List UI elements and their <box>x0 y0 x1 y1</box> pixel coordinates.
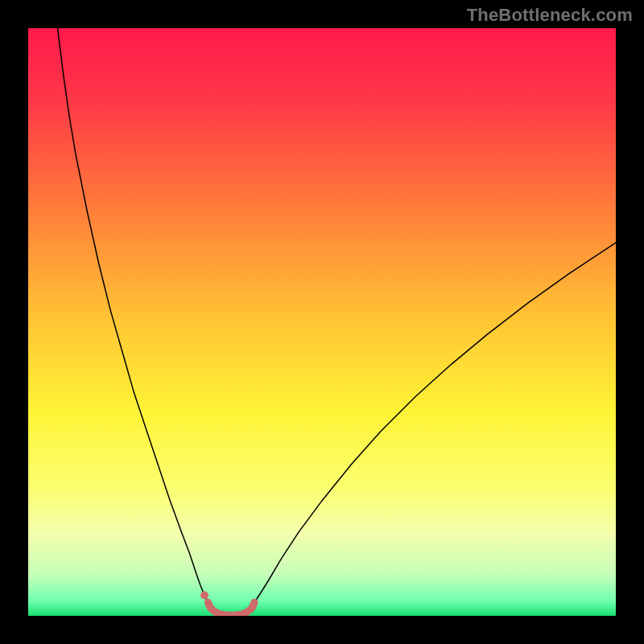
watermark-text: TheBottleneck.com <box>467 5 633 26</box>
chart-svg <box>28 28 616 616</box>
chart-container: TheBottleneck.com <box>0 0 644 644</box>
plot-area <box>28 28 616 616</box>
marker-left-dot <box>200 591 208 599</box>
marker-group <box>200 591 208 599</box>
gradient-background <box>28 28 616 616</box>
